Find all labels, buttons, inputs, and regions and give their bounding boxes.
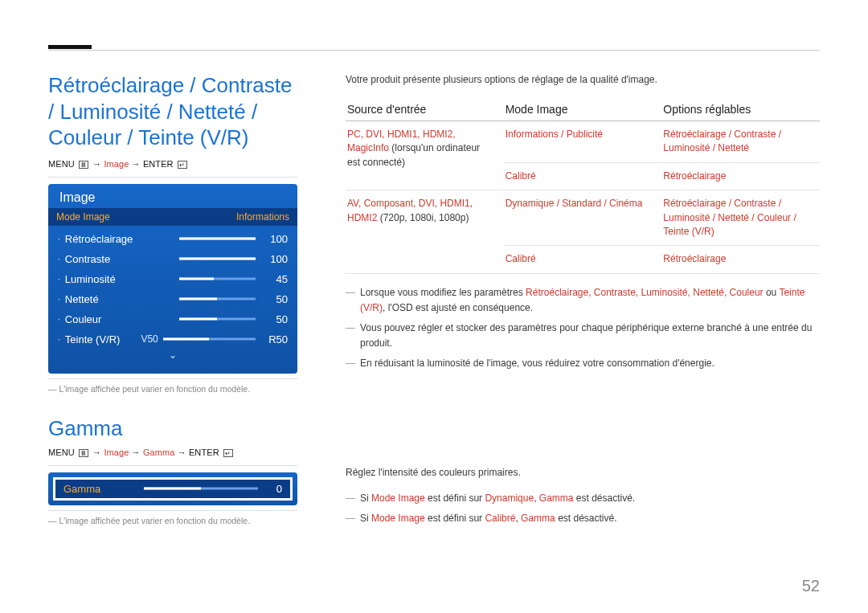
top-rule xyxy=(48,50,820,51)
osd-row-sharpness[interactable]: · Netteté 50 xyxy=(58,289,288,309)
cell-mode-info: Informations / Publicité xyxy=(506,129,603,140)
section-heading: Rétroéclairage / Contraste / Luminosité … xyxy=(48,72,297,151)
osd-slider[interactable] xyxy=(179,235,256,243)
cell-opts-4: Rétroéclairage xyxy=(663,253,726,264)
osd-value: 45 xyxy=(256,273,288,285)
right-column: Votre produit présente plusieurs options… xyxy=(321,72,820,531)
menu-label: MENU xyxy=(48,159,75,169)
menu-label: MENU xyxy=(48,447,75,457)
enter-icon: ↵ xyxy=(178,161,187,169)
cell-opts-1: Rétroéclairage / Contraste / Luminosité … xyxy=(663,129,781,153)
osd-slider[interactable] xyxy=(163,335,256,343)
menu-seg-enter: ENTER xyxy=(189,447,219,457)
osd-tab-informations[interactable]: Informations xyxy=(236,211,289,223)
cell-mode-calibre2: Calibré xyxy=(506,253,536,264)
osd-slider[interactable] xyxy=(179,295,256,303)
menu-icon: Ⅲ xyxy=(79,161,88,169)
osd-settings-list: · Rétroéclairage 100 · Contraste 100 · L… xyxy=(48,226,297,374)
divider xyxy=(48,177,297,178)
divider xyxy=(48,378,297,379)
tint-left: V50 xyxy=(137,333,163,345)
osd-label: Netteté xyxy=(65,293,158,305)
gamma-intro: Réglez l'intensité des couleurs primaire… xyxy=(346,465,820,480)
model-note: ― L'image affichée peut varier en foncti… xyxy=(48,516,297,525)
list-item: ― Lorsque vous modifiez les paramètres R… xyxy=(346,285,820,316)
chevron-down-icon[interactable]: ⌄ xyxy=(58,349,288,366)
bullet-icon: · xyxy=(58,295,60,304)
list-item: ― Vous pouvez régler et stocker des para… xyxy=(346,321,820,351)
osd-title: Image xyxy=(48,184,297,208)
osd-row-color[interactable]: · Couleur 50 xyxy=(58,309,288,329)
list-item: ― Si Mode Image est défini sur Dynamique… xyxy=(346,491,820,506)
chapter-tab xyxy=(48,45,92,49)
enter-icon: ↵ xyxy=(223,449,233,457)
bullet-icon: · xyxy=(58,335,60,344)
osd-image-panel: Image Mode Image Informations · Rétroécl… xyxy=(48,184,297,374)
model-note: ― L'image affichée peut varier en foncti… xyxy=(48,384,297,394)
menu-seg-gamma: Gamma xyxy=(143,447,175,457)
gamma-notes: ― Si Mode Image est défini sur Dynamique… xyxy=(346,491,820,526)
osd-label: Couleur xyxy=(65,313,158,325)
gamma-label: Gamma xyxy=(63,483,144,495)
th-source: Source d'entrée xyxy=(346,98,504,121)
menu-seg-enter: ENTER xyxy=(143,159,174,169)
osd-row-gamma[interactable]: Gamma 0 xyxy=(53,477,293,501)
cell-mode-calibre: Calibré xyxy=(506,170,536,182)
menu-path-gamma: MENU Ⅲ → Image → Gamma → ENTER ↵ xyxy=(48,447,297,457)
osd-tab-mode-image[interactable]: Mode Image xyxy=(56,211,236,223)
page-number: 52 xyxy=(802,577,820,595)
th-options: Options réglables xyxy=(661,98,820,121)
osd-value: 50 xyxy=(256,293,288,305)
left-column: Rétroéclairage / Contraste / Luminosité … xyxy=(48,72,321,531)
divider xyxy=(48,510,297,511)
tint-right: R50 xyxy=(256,333,288,345)
gamma-value: 0 xyxy=(258,483,282,495)
bullet-icon: · xyxy=(58,235,60,243)
bullet-icon: · xyxy=(58,255,60,264)
divider xyxy=(48,465,297,466)
section-heading-gamma: Gamma xyxy=(48,416,297,441)
th-mode: Mode Image xyxy=(504,98,662,121)
osd-label: Teinte (V/R) xyxy=(65,333,137,345)
osd-slider[interactable] xyxy=(179,255,256,263)
osd-row-tint[interactable]: · Teinte (V/R) V50 R50 xyxy=(58,329,288,349)
osd-row-contrast[interactable]: · Contraste 100 xyxy=(58,249,288,269)
menu-seg-image: Image xyxy=(104,447,129,457)
osd-value: 50 xyxy=(256,313,288,325)
intro-text: Votre produit présente plusieurs options… xyxy=(346,72,820,87)
cell-opts-3: Rétroéclairage / Contraste / Luminosité … xyxy=(663,198,796,237)
osd-label: Rétroéclairage xyxy=(65,233,158,245)
bullet-icon: · xyxy=(58,315,60,324)
bullet-icon: · xyxy=(58,275,60,284)
osd-label: Luminosité xyxy=(65,273,158,285)
cell-opts-2: Rétroéclairage xyxy=(663,170,726,182)
notes-list: ― Lorsque vous modifiez les paramètres R… xyxy=(346,285,820,372)
gamma-slider[interactable] xyxy=(144,484,258,492)
osd-slider[interactable] xyxy=(179,275,256,283)
menu-path-image: MENU Ⅲ → Image → ENTER ↵ xyxy=(48,159,297,169)
cell-source-av-note: (720p, 1080i, 1080p) xyxy=(377,212,469,223)
osd-label: Contraste xyxy=(65,253,158,265)
osd-row-backlight[interactable]: · Rétroéclairage 100 xyxy=(58,229,288,249)
osd-value: 100 xyxy=(256,233,288,245)
cell-mode-dyn: Dynamique / Standard / Cinéma xyxy=(506,198,643,209)
list-item: ― En réduisant la luminosité de l'image,… xyxy=(346,356,820,371)
menu-icon: Ⅲ xyxy=(79,449,88,457)
osd-gamma-panel: Gamma 0 xyxy=(48,472,297,505)
options-table: Source d'entrée Mode Image Options régla… xyxy=(346,98,820,274)
table-row: PC, DVI, HDMI1, HDMI2, MagicInfo (lorsqu… xyxy=(346,121,820,163)
osd-slider[interactable] xyxy=(179,315,256,323)
menu-seg-image: Image xyxy=(104,159,129,169)
osd-row-brightness[interactable]: · Luminosité 45 xyxy=(58,269,288,289)
table-row: AV, Composant, DVI, HDMI1, HDMI2 (720p, … xyxy=(346,190,820,246)
osd-tabs: Mode Image Informations xyxy=(48,208,297,226)
osd-value: 100 xyxy=(256,253,288,265)
list-item: ― Si Mode Image est défini sur Calibré, … xyxy=(346,511,820,526)
